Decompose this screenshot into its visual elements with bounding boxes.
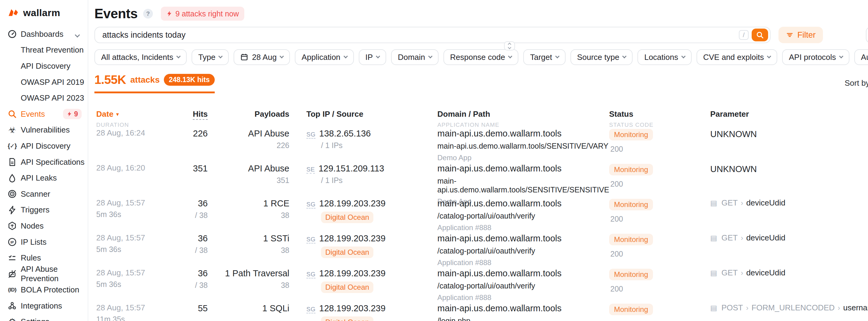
slash-shortcut-key: / — [739, 30, 749, 40]
sidebar-item-nodes[interactable]: Nodes — [0, 218, 88, 234]
parameter-segment: GET — [721, 198, 738, 208]
attacks-count-label: attacks — [130, 75, 160, 85]
sidebar-item-owasp-api-2023[interactable]: OWASP API 2023 — [0, 90, 88, 106]
domain[interactable]: main-api.us.demo.wallarm.tools — [437, 163, 609, 174]
ip-address[interactable]: 128.199.203.239 — [319, 303, 385, 313]
search-collapse-handle[interactable] — [504, 41, 515, 50]
filter-chip-api-protocols[interactable]: API protocols — [782, 49, 849, 65]
country-code[interactable]: SG — [306, 201, 315, 209]
sidebar-item-threat-prevention[interactable]: Threat Prevention — [0, 42, 88, 58]
chevron-down-icon — [343, 54, 347, 58]
sidebar-item-owasp-api-2019[interactable]: OWASP API 2019 — [0, 74, 88, 90]
cell-domain-path: main-api.us.demo.wallarm.tools main-api.… — [437, 128, 609, 163]
filter-chip-application[interactable]: Application — [295, 49, 353, 65]
sidebar-item-api-specifications[interactable]: API Specifications — [0, 154, 88, 170]
event-row[interactable]: 28 Aug, 15:57 5m 36s 36 / 38 1 Path Trav… — [94, 268, 868, 303]
filter-chip-locations[interactable]: Locations — [638, 49, 691, 65]
cell-hits: 36 / 38 — [174, 198, 208, 233]
event-row[interactable]: 28 Aug, 15:57 11m 35s 55 1 SQLi SG128.19… — [94, 303, 868, 321]
ip-address[interactable]: 128.199.203.239 — [319, 198, 385, 209]
path[interactable]: /catalog-portal/ui/oauth/verify — [437, 212, 609, 220]
bullseye-icon — [7, 189, 17, 199]
sidebar-item-triggers[interactable]: Triggers — [0, 202, 88, 218]
filter-chip-all-attacks-incidents[interactable]: All attacks, Incidents — [94, 49, 187, 65]
domain[interactable]: main-api.us.demo.wallarm.tools — [437, 233, 609, 244]
country-code[interactable]: SG — [306, 131, 315, 139]
event-row[interactable]: 28 Aug, 16:24 226 API Abuse 226 SG138.2.… — [94, 128, 868, 163]
filter-chip-domain[interactable]: Domain — [391, 49, 439, 65]
search-button[interactable] — [752, 29, 768, 41]
domain[interactable]: main-api.us.demo.wallarm.tools — [437, 303, 609, 313]
sidebar-item-api-abuse-prevention[interactable]: API Abuse Prevention — [0, 266, 88, 282]
domain[interactable]: main-api.us.demo.wallarm.tools — [437, 198, 609, 209]
filter-chip-authentication[interactable]: Authentication — [854, 49, 868, 65]
source-provider-badge: Digital Ocean — [321, 316, 373, 321]
filter-icon — [786, 31, 794, 39]
cell-top-ip-source: SG138.2.65.136 / 1 IPs — [289, 128, 437, 163]
attacks-tab[interactable]: 1.55K attacks 248.13K hits — [94, 73, 215, 93]
filter-button[interactable]: Filter — [778, 27, 823, 43]
column-header-ip[interactable]: Top IP / Source — [289, 108, 437, 128]
filter-chip-response-code[interactable]: Response code — [443, 49, 519, 65]
filter-chip-28-aug[interactable]: 28 Aug — [234, 49, 290, 65]
path[interactable]: main-api.us.demo.wallarm.tools/SENSITIVE… — [437, 142, 609, 150]
sidebar-item-rules[interactable]: Rules — [0, 250, 88, 266]
path[interactable]: /login.php — [437, 316, 609, 321]
sidebar-item-settings[interactable]: ⚙Settings — [0, 314, 88, 321]
sidebar-item-dashboards[interactable]: Dashboards — [0, 26, 88, 42]
country-code[interactable]: SG — [306, 271, 315, 279]
cell-date: 28 Aug, 15:57 5m 36s — [94, 268, 174, 303]
column-header-parameter[interactable]: Parameter — [710, 108, 868, 128]
sidebar-item-bola-protection[interactable]: {ID}BOLA Protection — [0, 282, 88, 298]
sidebar-item-vulnerabilities[interactable]: ☣Vulnerabilities — [0, 122, 88, 138]
sidebar-item-scanner[interactable]: Scanner — [0, 186, 88, 202]
domain[interactable]: main-api.us.demo.wallarm.tools — [437, 128, 609, 139]
cell-status: Monitoring 200 — [609, 268, 710, 303]
column-header-hits[interactable]: Hits — [174, 108, 208, 128]
event-row[interactable]: 28 Aug, 16:20 351 API Abuse 351 SE129.15… — [94, 163, 868, 198]
sidebar-item-api-discovery[interactable]: {✓}API Discovery — [0, 138, 88, 154]
country-code[interactable]: SG — [306, 306, 315, 313]
app-window: wallarm DashboardsThreat PreventionAPI D… — [0, 0, 868, 321]
filter-chip-label: Type — [198, 52, 215, 62]
country-code[interactable]: SE — [306, 166, 315, 174]
attacks-now-badge[interactable]: 9 attacks right now — [161, 7, 244, 21]
country-code[interactable]: SG — [306, 236, 315, 244]
filter-chip-source-type[interactable]: Source type — [570, 49, 633, 65]
wallarm-logo-icon — [8, 8, 20, 18]
sidebar-item-events[interactable]: Events9 — [0, 106, 88, 122]
cell-payloads: 1 RCE 38 — [208, 198, 289, 233]
status-badge: Monitoring — [609, 269, 653, 280]
payload-count: 38 — [208, 281, 289, 290]
column-header-date[interactable]: Date ▾DURATION — [94, 108, 174, 128]
wallarm-logo[interactable]: wallarm — [0, 5, 88, 21]
filter-chip-cve-and-exploits[interactable]: CVE and exploits — [696, 49, 777, 65]
path[interactable]: main-api.us.demo.wallarm.tools/SENSITIVE… — [437, 177, 609, 194]
cell-date: 28 Aug, 15:57 5m 36s — [94, 198, 174, 233]
ip-address[interactable]: 128.199.203.239 — [319, 233, 385, 244]
report-button[interactable]: Report — [866, 27, 868, 43]
domain[interactable]: main-api.us.demo.wallarm.tools — [437, 268, 609, 279]
event-row[interactable]: 28 Aug, 15:57 5m 36s 36 / 38 1 RCE 38 SG… — [94, 198, 868, 233]
path[interactable]: /catalog-portal/ui/oauth/verify — [437, 282, 609, 290]
sidebar-item-integrations[interactable]: Integrations — [0, 298, 88, 314]
column-header-payloads[interactable]: Payloads — [208, 108, 289, 128]
sidebar-item-label: Vulnerabilities — [21, 125, 70, 135]
ip-address[interactable]: 128.199.203.239 — [319, 268, 385, 279]
filter-chip-target[interactable]: Target — [523, 49, 565, 65]
sidebar-item-label: Scanner — [21, 189, 50, 199]
event-row[interactable]: 28 Aug, 15:57 5m 36s 36 / 38 1 SSTi 38 S… — [94, 233, 868, 268]
path[interactable]: /catalog-portal/ui/oauth/verify — [437, 247, 609, 255]
filter-chip-ip[interactable]: IP — [359, 49, 386, 65]
sidebar-item-api-leaks[interactable]: API Leaks — [0, 170, 88, 186]
help-icon[interactable]: ? — [143, 9, 153, 19]
column-header-domain[interactable]: Domain / PathAPPLICATION NAME — [437, 108, 609, 128]
column-header-status[interactable]: StatusSTATUS CODE — [609, 108, 710, 128]
ip-address[interactable]: 138.2.65.136 — [319, 128, 371, 139]
search-input[interactable] — [102, 30, 739, 40]
sidebar-item-api-discovery-dashboard[interactable]: API Discovery — [0, 58, 88, 74]
sidebar-item-ip-lists[interactable]: IPIP Lists — [0, 234, 88, 250]
ip-address[interactable]: 129.151.209.113 — [318, 163, 384, 174]
filter-chip-type[interactable]: Type — [192, 49, 229, 65]
cell-domain-path: main-api.us.demo.wallarm.tools /login.ph… — [437, 303, 609, 321]
